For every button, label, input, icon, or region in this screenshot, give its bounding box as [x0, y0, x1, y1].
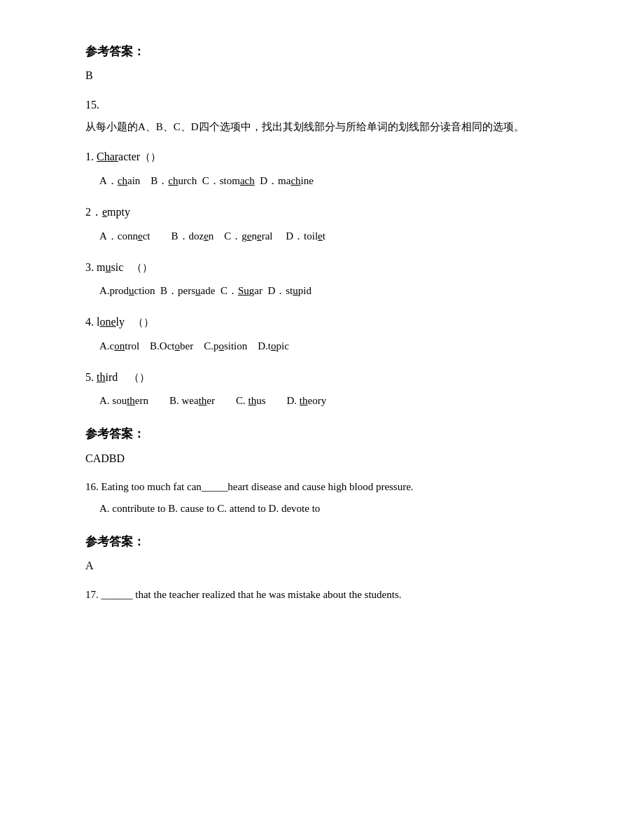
ref-answer-block-3: 参考答案： A: [85, 532, 559, 575]
q16-options: A. contribute to B. cause to C. attend t…: [99, 499, 559, 518]
q1-char: Char: [97, 151, 118, 162]
q1-word: 1. Character（）: [85, 148, 559, 166]
q1-bracket: （）: [140, 151, 161, 162]
q3-bracket: （）: [132, 262, 153, 273]
answer-a: A: [85, 557, 559, 575]
q4-prefix: 4.: [85, 316, 97, 328]
question-16-block: 16. Eating too much fat can_____heart di…: [85, 478, 559, 518]
q15-number: 15.: [85, 96, 559, 114]
q1-options: A．chain B．church C．stomach D．machine: [99, 172, 559, 190]
q5-word: 5. third （）: [85, 368, 559, 387]
ref-answer-title-3: 参考答案：: [85, 532, 559, 551]
q5-options: A. southern B. weather C. thus D. theory: [99, 391, 559, 410]
q1-rest: acter: [118, 151, 140, 162]
q4-bracket: （）: [133, 317, 154, 328]
q1-prefix: 1.: [85, 151, 97, 162]
ref-answer-title-2: 参考答案：: [85, 424, 559, 443]
q3-options: A.production B．persuade C．Sugar D．stupid: [99, 282, 559, 300]
ref-answer-title-1: 参考答案：: [85, 42, 559, 61]
q2-rest: mpty: [107, 206, 130, 218]
q2-word: 2．empty: [85, 203, 559, 221]
q5-bracket: （）: [129, 372, 150, 383]
q16-text: 16. Eating too much fat can_____heart di…: [85, 478, 559, 495]
q4-word: 4. lonely （）: [85, 313, 559, 331]
q5-prefix: 5.: [85, 371, 97, 383]
ref-answer-block-2: 参考答案： CADBD: [85, 424, 559, 467]
q17-text: 17. ______ that the teacher realized tha…: [85, 586, 559, 603]
question-1: 1. Character（） A．chain B．church C．stomac…: [85, 148, 559, 190]
question-3: 3. music （） A.production B．persuade C．Su…: [85, 258, 559, 301]
question-4: 4. lonely （） A.control B.October C.posit…: [85, 313, 559, 356]
answer-cadbd: CADBD: [85, 450, 559, 468]
q15-instruction: 从每小题的A、B、C、D四个选项中，找出其划线部分与所给单词的划线部分读音相同的…: [85, 118, 559, 137]
question-5: 5. third （） A. southern B. weather C. th…: [85, 368, 559, 411]
q4-options: A.control B.October C.position D.topic: [99, 337, 559, 356]
q3-prefix: 3.: [85, 261, 97, 273]
q2-options: A．connect B．dozen C．general D．toilet: [99, 227, 559, 246]
q2-prefix: 2．: [85, 206, 102, 218]
question-2: 2．empty A．connect B．dozen C．general D．to…: [85, 203, 559, 246]
answer-b: B: [85, 67, 559, 85]
q3-word: 3. music （）: [85, 258, 559, 277]
